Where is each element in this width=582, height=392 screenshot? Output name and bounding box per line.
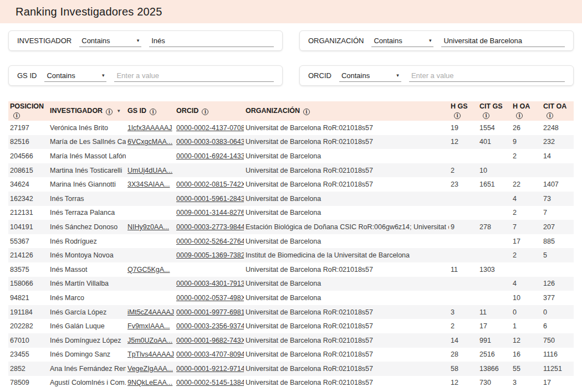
column-header-hoa[interactable]: H OA i: [511, 101, 542, 121]
cell-hoa: 16: [511, 348, 542, 362]
cell-hgs: [449, 149, 478, 163]
cell-hgs: [449, 277, 478, 291]
cell-posicion: 55367: [8, 234, 48, 249]
cell-hgs: 12: [449, 376, 478, 390]
orcid-link[interactable]: 0000-0002-0815-742X: [176, 180, 244, 188]
filter-input-gsid[interactable]: [114, 70, 274, 82]
cell-orcid: 0009-0001-3144-8276: [175, 206, 244, 220]
cell-hoa: 10: [511, 291, 542, 305]
cell-organizacion: Universitat de Barcelona RoR:021018s57: [244, 305, 449, 319]
gs-id-link[interactable]: Q7GC5KgA...: [127, 266, 170, 274]
orcid-link[interactable]: 0000-0001-9212-9714: [176, 365, 244, 373]
cell-posicion: 83575: [8, 262, 48, 277]
cell-citoa: 5: [542, 248, 574, 262]
info-icon: i: [454, 112, 461, 119]
orcid-link[interactable]: 0000-0001-5961-2843: [176, 195, 244, 203]
table-row: 208615 Martina Inés Tosticarelli UmUj4dU…: [8, 163, 574, 178]
orcid-link[interactable]: 0000-0002-4137-0708: [176, 124, 244, 132]
table-row: 212131 Inés Terraza Palanca 0009-0001-31…: [8, 206, 574, 220]
cell-posicion: 23455: [8, 348, 48, 362]
orcid-link[interactable]: 0000-0001-9977-6981: [176, 308, 244, 316]
cell-citgs: 730: [478, 376, 511, 390]
info-icon: i: [106, 109, 113, 115]
gs-id-link[interactable]: TpTlvs4AAAAJ: [127, 350, 174, 358]
orcid-link[interactable]: 0000-0003-4707-8094: [176, 350, 244, 358]
cell-hoa: 55: [511, 362, 542, 376]
orcid-link[interactable]: 0000-0002-5145-1384: [176, 379, 244, 386]
filter-input-investigador[interactable]: [149, 35, 274, 47]
cell-hoa: 2: [511, 206, 542, 220]
column-header-hgs[interactable]: H GS i: [449, 101, 478, 121]
cell-investigador: Inés Terraza Palanca: [48, 206, 126, 220]
gs-id-link[interactable]: 6VCxgcMAA...: [127, 138, 172, 146]
orcid-link[interactable]: 0000-0001-9682-743X: [176, 337, 244, 344]
gs-id-link[interactable]: 9NQkLeEAA...: [127, 379, 172, 386]
cell-gsid: [126, 149, 175, 163]
gs-id-link[interactable]: 1lcfx3AAAAAJ: [127, 124, 172, 132]
column-header-citoa[interactable]: CIT OA i: [542, 101, 574, 121]
cell-orcid: 0000-0002-0815-742X: [175, 177, 244, 192]
orcid-link[interactable]: 0000-0003-2356-9374: [176, 322, 244, 330]
filter-card-investigador: INVESTIGADOR Contains ▾: [8, 30, 283, 51]
orcid-link[interactable]: 0009-0001-3144-8276: [176, 209, 244, 216]
cell-citoa: 73: [542, 192, 574, 206]
cell-citoa: 377: [542, 291, 574, 305]
cell-hoa: 1: [511, 319, 542, 333]
cell-citgs: 401: [478, 135, 511, 149]
filter-operator-select-organizacion[interactable]: Contains ▾: [371, 35, 433, 47]
cell-investigador: Inés Rodríguez: [48, 234, 126, 249]
cell-citgs: [478, 277, 511, 291]
filter-label-gsid: GS ID: [17, 71, 37, 80]
column-header-organizacion[interactable]: ORGANIZACIÓNi: [244, 101, 449, 121]
cell-organizacion: Universitat de Barcelona RoR:021018s57: [244, 177, 449, 192]
orcid-link[interactable]: 0000-0003-0383-0643: [176, 138, 244, 146]
column-header-citgs[interactable]: CIT GS i: [478, 101, 511, 121]
gs-id-link[interactable]: J5m0UZoAA...: [127, 337, 172, 344]
column-header-gsid[interactable]: GS IDi: [126, 101, 175, 121]
cell-gsid: [126, 248, 175, 262]
filter-operator-select-gsid[interactable]: Contains ▾: [44, 70, 106, 82]
gs-id-link[interactable]: iMt5cZ4AAAAJ: [127, 308, 174, 316]
gs-id-link[interactable]: NIHy9z0AA...: [127, 223, 169, 231]
gs-id-link[interactable]: VegeZIgAAA...: [127, 365, 173, 373]
cell-hoa: 3: [511, 376, 542, 390]
info-icon: i: [13, 112, 20, 119]
cell-organizacion: Universitat de Barcelona RoR:021018s57: [244, 376, 449, 390]
filter-input-organizacion[interactable]: [441, 35, 565, 47]
cell-gsid: 1lcfx3AAAAAJ: [126, 121, 175, 135]
cell-organizacion: Universitat de Barcelona RoR:021018s57: [244, 121, 449, 135]
orcid-link[interactable]: 0000-0002-5264-2764: [176, 238, 244, 245]
info-icon: i: [516, 112, 523, 119]
column-header-posicion[interactable]: POSICION i: [8, 101, 48, 121]
orcid-link[interactable]: 0000-0002-0537-498X: [176, 294, 244, 302]
filter-input-orcid[interactable]: [409, 70, 565, 82]
cell-hgs: 58: [449, 362, 478, 376]
filter-operator-select-orcid[interactable]: Contains ▾: [339, 70, 401, 82]
orcid-link[interactable]: 0009-0005-1369-7382: [176, 251, 244, 259]
cell-orcid: 0000-0001-6924-1433: [175, 149, 244, 163]
gs-id-link[interactable]: 3X34SAIAA...: [127, 180, 170, 188]
cell-orcid: 0000-0003-2773-9844: [175, 220, 244, 234]
cell-orcid: 0000-0001-9212-9714: [175, 362, 244, 376]
cell-posicion: 27197: [8, 121, 48, 135]
results-table: POSICION i INVESTIGADORi▼ GS IDi ORCIDi …: [8, 101, 574, 390]
orcid-link[interactable]: 0000-0001-6924-1433: [176, 152, 244, 160]
gs-id-link[interactable]: UmUj4dUAA...: [127, 167, 172, 174]
cell-organizacion: Universitat de Barcelona RoR:021018s57: [244, 262, 449, 277]
orcid-link[interactable]: 0000-0003-2773-9844: [176, 223, 244, 231]
cell-investigador: Martina Inés Tosticarelli: [48, 163, 126, 178]
info-icon: i: [303, 109, 310, 115]
column-header-investigador[interactable]: INVESTIGADORi▼: [48, 101, 126, 121]
cell-hoa: 4: [511, 277, 542, 291]
cell-orcid: [175, 262, 244, 277]
cell-investigador: María Inés Massot Lafón: [48, 149, 126, 163]
gs-id-link[interactable]: Fv9mxIAAA...: [127, 322, 170, 330]
filter-operator-select-investigador[interactable]: Contains ▾: [79, 35, 141, 47]
column-header-orcid[interactable]: ORCIDi: [175, 101, 244, 121]
filter-operator-value: Contains: [47, 71, 75, 80]
cell-citgs: [478, 206, 511, 220]
cell-organizacion: Universitat de Barcelona RoR:021018s57: [244, 333, 449, 348]
orcid-link[interactable]: 0000-0003-4301-7913: [176, 280, 244, 287]
cell-hoa: 17: [511, 234, 542, 249]
table-header: POSICION i INVESTIGADORi▼ GS IDi ORCIDi …: [8, 101, 574, 121]
